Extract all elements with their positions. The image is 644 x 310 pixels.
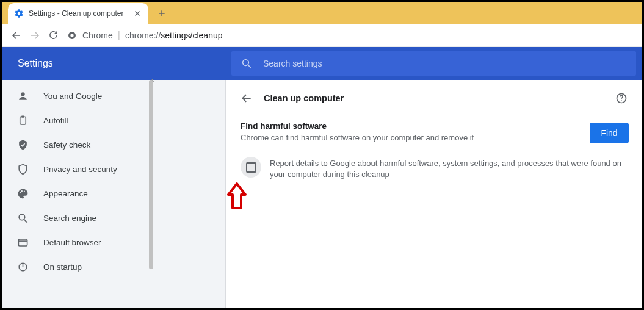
- power-icon: [16, 261, 29, 273]
- sidebar-label: Appearance: [43, 189, 88, 198]
- annotation-arrow: [225, 181, 249, 212]
- page-header: Clean up computer: [239, 91, 629, 106]
- tab-title: Settings - Clean up computer: [29, 9, 132, 18]
- svg-point-1: [70, 34, 73, 37]
- sidebar-item-default-browser[interactable]: Default browser: [2, 230, 153, 254]
- sidebar-item-autofill[interactable]: Autofill: [2, 108, 153, 132]
- new-tab-button[interactable]: [153, 5, 170, 22]
- svg-point-2: [243, 60, 249, 66]
- sidebar-label: Default browser: [43, 238, 101, 247]
- sidebar-label: Privacy and security: [43, 165, 117, 174]
- find-button[interactable]: Find: [590, 123, 629, 143]
- search-settings[interactable]: [231, 51, 636, 76]
- sidebar-item-privacy[interactable]: Privacy and security: [2, 157, 153, 181]
- shield-check-icon: [16, 139, 29, 151]
- forward-icon[interactable]: [26, 27, 43, 44]
- page-title: Clean up computer: [264, 93, 614, 103]
- checkbox-icon: [246, 162, 256, 173]
- url-separator: |: [118, 30, 120, 41]
- svg-point-17: [621, 100, 622, 101]
- search-icon: [16, 212, 29, 224]
- svg-line-11: [24, 219, 27, 222]
- sidebar-label: Autofill: [43, 116, 68, 125]
- shield-icon: [16, 163, 29, 175]
- svg-point-10: [19, 214, 25, 220]
- search-icon: [241, 58, 252, 69]
- reload-icon[interactable]: [45, 27, 62, 44]
- browser-toolbar: Chrome | chrome://settings/cleanup: [2, 24, 642, 47]
- sidebar-item-search-engine[interactable]: Search engine: [2, 206, 153, 230]
- find-description: Chrome can find harmful software on your…: [241, 133, 577, 142]
- browser-tab[interactable]: Settings - Clean up computer: [8, 3, 148, 24]
- svg-point-7: [20, 192, 21, 193]
- report-row: Report details to Google about harmful s…: [241, 157, 629, 180]
- chrome-icon: [67, 30, 78, 41]
- sidebar-label: Search engine: [43, 214, 96, 223]
- svg-point-9: [23, 190, 24, 192]
- content-panel: Clean up computer Find harmful software …: [226, 80, 642, 308]
- search-input[interactable]: [263, 59, 626, 68]
- svg-rect-12: [18, 239, 27, 245]
- tab-strip: Settings - Clean up computer: [2, 2, 642, 24]
- find-title: Find harmful software: [241, 121, 577, 131]
- report-description: Report details to Google about harmful s…: [270, 157, 629, 180]
- settings-title: Settings: [2, 58, 225, 69]
- find-section: Find harmful software Chrome can find ha…: [239, 121, 629, 180]
- palette-icon: [16, 187, 29, 200]
- window-icon: [16, 236, 29, 248]
- clipboard-icon: [16, 114, 29, 126]
- close-icon[interactable]: [132, 9, 142, 18]
- sidebar-label: Safety check: [43, 140, 90, 150]
- sidebar-label: On startup: [43, 262, 82, 272]
- address-bar[interactable]: Chrome | chrome://settings/cleanup: [67, 27, 636, 44]
- sidebar-item-on-startup[interactable]: On startup: [2, 254, 153, 279]
- sidebar-item-appearance[interactable]: Appearance: [2, 181, 153, 206]
- person-icon: [16, 90, 29, 102]
- svg-rect-5: [20, 117, 26, 124]
- back-icon[interactable]: [8, 27, 25, 44]
- help-icon[interactable]: [614, 91, 629, 106]
- url-host: Chrome: [82, 31, 113, 40]
- svg-point-4: [21, 92, 24, 96]
- url-scheme: chrome://: [125, 31, 161, 40]
- sidebar-item-you-and-google[interactable]: You and Google: [2, 84, 153, 108]
- svg-rect-6: [21, 115, 24, 117]
- sidebar-item-safety-check[interactable]: Safety check: [2, 132, 153, 157]
- svg-point-8: [21, 190, 22, 192]
- back-button[interactable]: [239, 91, 254, 106]
- gear-icon: [14, 9, 24, 18]
- settings-header: Settings: [2, 47, 642, 80]
- report-checkbox[interactable]: [241, 157, 261, 178]
- main-row: ▴ You and Google Autofill Safety check P…: [2, 80, 642, 308]
- svg-line-3: [248, 65, 251, 68]
- sidebar-label: You and Google: [43, 92, 102, 101]
- sidebar: ▴ You and Google Autofill Safety check P…: [2, 80, 153, 308]
- scrollbar[interactable]: [149, 80, 153, 269]
- url-path: settings/cleanup: [161, 31, 222, 40]
